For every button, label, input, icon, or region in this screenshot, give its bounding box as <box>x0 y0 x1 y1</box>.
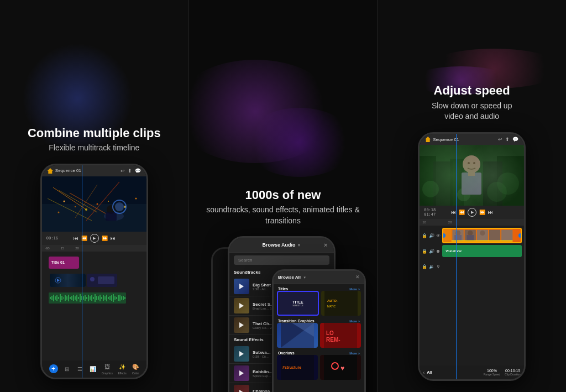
toolbar-item-color[interactable]: 🎨 Color <box>132 363 139 375</box>
svg-point-9 <box>75 206 76 207</box>
video-preview-1 <box>42 176 146 232</box>
timeline-area-1: Title 01 <box>42 252 146 360</box>
video-thumbnail-1 <box>50 274 86 287</box>
svg-rect-45 <box>75 296 76 300</box>
close-button[interactable]: ✕ <box>323 242 328 248</box>
video-thumbnail-2 <box>87 274 117 287</box>
track-row-title: Title 01 <box>42 254 146 271</box>
titles-more[interactable]: More > <box>349 288 360 291</box>
transition-section-header: Transition Graphics More > <box>277 319 361 323</box>
svg-rect-30 <box>50 297 51 299</box>
voiceover-clip: VoiceOver <box>442 245 522 257</box>
frame-back-icon-3[interactable]: ⏪ <box>459 210 465 215</box>
toolbar-item-graphics[interactable]: 🖼 Graphics <box>102 363 113 375</box>
video-content-1 <box>42 176 146 232</box>
titles-section-header: Titles More > <box>277 287 361 291</box>
undo-icon-3: ↩ <box>498 137 502 142</box>
mark-3: 20 <box>75 247 79 250</box>
bg-orb-4 <box>425 49 563 88</box>
bg-orb-3 <box>244 108 355 177</box>
skip-back-icon-3[interactable]: ⏮ <box>451 210 456 215</box>
svg-rect-64 <box>106 295 107 301</box>
svg-rect-53 <box>88 295 89 301</box>
add-button-1[interactable]: + <box>49 364 58 373</box>
panel3-title: Adjust speed <box>434 83 510 98</box>
svg-rect-76 <box>324 291 358 316</box>
search-bar[interactable]: Search <box>234 255 329 265</box>
back-arrow[interactable]: ‹ <box>423 370 424 375</box>
p3-mark-1: 10 <box>422 221 426 224</box>
play-icon-5 <box>239 370 244 376</box>
svg-rect-47 <box>78 297 79 299</box>
panel1-subtitle: Flexible multitrack timeline <box>49 143 139 154</box>
timeline-ruler-3: 10 20 <box>420 219 524 226</box>
title-card-2: AUTO- MATIC <box>321 291 361 316</box>
svg-rect-67 <box>111 295 112 301</box>
sequence-label-1: Sequence 01 <box>55 168 81 173</box>
title-card-1: TITLE SUBTITLE <box>277 291 319 316</box>
svg-point-11 <box>96 203 98 205</box>
playback-controls-1: ⏮ ⏪ ▶ ⏩ ⏭ <box>74 234 116 243</box>
play-button-3[interactable]: ▶ <box>468 208 476 217</box>
frame-forward-icon-3[interactable]: ⏩ <box>479 210 485 215</box>
all-tab[interactable]: All <box>427 370 432 374</box>
transition-label: Transition Graphics <box>278 319 315 323</box>
svg-text:MATIC: MATIC <box>327 305 336 308</box>
voiceover-label: VoiceOver <box>446 249 462 253</box>
speed-tabs: ‹ All 100% Range Speed 00:10:15 Clip Dur… <box>423 368 521 377</box>
transition-more[interactable]: More > <box>349 320 360 323</box>
svg-rect-63 <box>104 296 106 300</box>
phone-header-left-1: Sequence 01 <box>48 168 81 174</box>
track-controls-row-1: 🔒 🔊 👁 <box>420 228 524 243</box>
playhead-3 <box>456 134 457 379</box>
play-icon-6 <box>239 390 244 392</box>
svg-rect-38 <box>63 297 64 299</box>
effects-label: Effects <box>118 372 126 375</box>
title-clip: Title 01 <box>49 257 79 269</box>
toolbar-item-chart[interactable]: 📊 <box>89 365 97 373</box>
svg-rect-56 <box>93 297 94 299</box>
frame-forward-icon[interactable]: ⏩ <box>102 236 108 241</box>
speed-handle-right[interactable] <box>518 233 522 238</box>
titles-label: Titles <box>278 287 288 291</box>
overlay-chevron: ▼ <box>303 276 306 279</box>
duration-3: 01:47 <box>424 212 436 217</box>
skip-forward-icon-3[interactable]: ⏭ <box>488 210 493 215</box>
voiceover-container: VoiceOver <box>442 245 522 257</box>
orange-clip-container <box>442 228 522 243</box>
panel3-subtitle: Slow down or speed upvideo and audio <box>432 101 512 122</box>
overlays-more[interactable]: More > <box>349 352 360 355</box>
play-button-1[interactable]: ▶ <box>90 234 99 243</box>
lock-icon-1: 🔒 <box>422 233 427 238</box>
svg-rect-68 <box>113 294 114 302</box>
svg-text:AUTO-: AUTO- <box>327 299 338 302</box>
overlay-phone: Browse All ▼ ✕ Titles More > <box>272 269 366 392</box>
svg-rect-28 <box>98 276 114 284</box>
toolbar-item-effects[interactable]: ✨ Effects <box>118 363 126 375</box>
track-row-video <box>42 271 146 289</box>
speaker-icon-1: 🔊 <box>429 233 434 238</box>
svg-rect-36 <box>60 294 61 302</box>
toolbar-item-list[interactable]: ☰ <box>76 365 83 373</box>
svg-rect-31 <box>51 296 53 300</box>
eye-icon-1: 👁 <box>436 233 441 238</box>
home-icon-1 <box>48 168 53 174</box>
svg-rect-73 <box>121 296 122 300</box>
toolbar-item-split[interactable]: ⊞ <box>63 365 71 373</box>
skip-forward-icon[interactable]: ⏭ <box>111 236 116 241</box>
svg-rect-39 <box>65 295 66 301</box>
svg-rect-115 <box>489 230 500 241</box>
track-thumb-4 <box>234 346 249 362</box>
svg-rect-65 <box>108 297 109 299</box>
overlays-label: Overlays <box>278 351 295 355</box>
chat-icon: 💬 <box>135 168 141 174</box>
svg-point-114 <box>480 231 485 236</box>
bottom-toolbar-1: + ⊞ ☰ 📊 🖼 Graphics ✨ <box>42 360 146 378</box>
skip-back-icon[interactable]: ⏮ <box>74 236 78 241</box>
svg-rect-57 <box>95 294 96 302</box>
panel-audio: 1000s of new soundtracks, sound effects,… <box>189 0 378 392</box>
overlay-close[interactable]: ✕ <box>355 274 360 280</box>
graphics-icon: 🖼 <box>103 363 111 371</box>
main-container: Combine multiple clips Flexible multitra… <box>0 0 566 392</box>
svg-rect-116 <box>501 230 512 241</box>
